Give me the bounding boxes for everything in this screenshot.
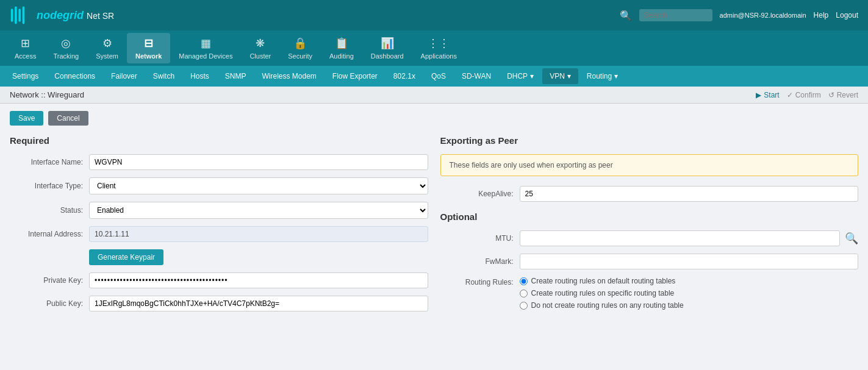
routing-specific-radio[interactable] <box>520 290 528 297</box>
internal-address-row: Internal Address: 10.21.1.11 <box>10 226 428 242</box>
user-info: admin@NSR-92.localdomain <box>720 12 806 19</box>
auditing-icon: 📋 <box>335 37 348 50</box>
routing-specific-option[interactable]: Create routing rules on specific routing… <box>520 289 684 297</box>
routing-none-option[interactable]: Do not create routing rules on any routi… <box>520 301 684 310</box>
subnav-failover[interactable]: Failover <box>104 68 145 84</box>
routing-none-label: Do not create routing rules on any routi… <box>531 301 684 310</box>
routing-rules-label: Routing Rules: <box>440 277 520 286</box>
topbar-right: 🔍 admin@NSR-92.localdomain Help Logout <box>620 9 858 21</box>
revert-action[interactable]: ↺ Revert <box>828 91 858 99</box>
internal-address-label: Internal Address: <box>10 230 89 238</box>
nav-managed-devices[interactable]: ▦ Managed Devices <box>170 33 241 63</box>
svg-rect-0 <box>11 9 13 22</box>
security-icon: 🔒 <box>293 37 307 50</box>
interface-name-input[interactable] <box>89 154 428 170</box>
nav-dashboard-label: Dashboard <box>371 52 404 60</box>
routing-none-radio[interactable] <box>520 302 528 310</box>
cancel-button[interactable]: Cancel <box>48 111 88 126</box>
routing-dropdown-icon: ▾ <box>614 72 618 80</box>
nav-cluster[interactable]: ❋ Cluster <box>241 33 279 63</box>
interface-type-select[interactable]: Client Server <box>89 177 428 194</box>
logo-icon <box>10 4 32 26</box>
keepalive-row: KeepAlive: <box>440 186 859 202</box>
private-key-label: Private Key: <box>10 276 89 285</box>
fwmark-label: FwMark: <box>440 257 520 266</box>
keepalive-label: KeepAlive: <box>440 190 520 198</box>
routing-default-radio[interactable] <box>520 277 528 285</box>
subnav-snmp[interactable]: SNMP <box>218 68 254 84</box>
routing-default-option[interactable]: Create routing rules on default routing … <box>520 277 684 285</box>
public-key-input[interactable] <box>89 296 428 311</box>
main-content: Save Cancel Required Interface Name: Int… <box>0 104 868 370</box>
status-select[interactable]: Enabled Disabled <box>89 202 428 219</box>
keepalive-input[interactable] <box>520 186 859 202</box>
public-key-label: Public Key: <box>10 299 89 308</box>
routing-rules-row: Routing Rules: Create routing rules on d… <box>440 277 859 310</box>
search-input[interactable] <box>639 9 712 21</box>
subnav-flow-exporter[interactable]: Flow Exporter <box>325 68 385 84</box>
nav-network[interactable]: ⊟ Network <box>127 33 170 63</box>
generate-keypair-button[interactable]: Generate Keypair <box>89 249 163 265</box>
nav-security[interactable]: 🔒 Security <box>279 33 321 63</box>
save-button[interactable]: Save <box>10 111 43 126</box>
nav-auditing[interactable]: 📋 Auditing <box>321 33 362 63</box>
breadcrumb: Network :: Wireguard <box>10 90 84 99</box>
start-action[interactable]: ▶ Start <box>756 91 779 99</box>
nav-tracking-label: Tracking <box>53 52 79 60</box>
topbar: nodegrid Net SR 🔍 admin@NSR-92.localdoma… <box>0 0 868 30</box>
nav-access-label: Access <box>15 52 36 60</box>
private-key-row: Private Key: <box>10 272 428 288</box>
form-buttons: Save Cancel <box>10 111 858 126</box>
interface-name-label: Interface Name: <box>10 158 89 166</box>
routing-rules-options: Create routing rules on default routing … <box>520 277 684 310</box>
nav-cluster-label: Cluster <box>249 52 271 60</box>
subnav-settings[interactable]: Settings <box>5 68 46 84</box>
system-icon: ⚙ <box>102 37 112 50</box>
subnav-dhcp[interactable]: DHCP ▾ <box>500 68 541 84</box>
search-icon[interactable]: 🔍 <box>620 10 632 21</box>
nav-dashboard[interactable]: 📊 Dashboard <box>362 33 412 63</box>
private-key-input[interactable] <box>89 272 428 288</box>
revert-label: Revert <box>837 91 858 99</box>
nav-icons-bar: ⊞ Access ◎ Tracking ⚙ System ⊟ Network ▦… <box>0 30 868 66</box>
tracking-icon: ◎ <box>61 37 71 50</box>
breadcrumb-actions: ▶ Start ✓ Confirm ↺ Revert <box>756 91 858 99</box>
optional-section-title: Optional <box>440 212 859 222</box>
network-icon: ⊟ <box>144 37 153 50</box>
nav-applications[interactable]: ⋮⋮ Applications <box>412 33 465 63</box>
mtu-input[interactable] <box>520 230 841 246</box>
nav-tracking[interactable]: ◎ Tracking <box>45 33 87 63</box>
help-link[interactable]: Help <box>814 11 829 20</box>
cluster-icon: ❋ <box>256 37 265 50</box>
subnav-vpn[interactable]: VPN ▾ <box>542 68 578 84</box>
interface-name-row: Interface Name: <box>10 154 428 170</box>
subnav-qos[interactable]: QoS <box>424 68 453 84</box>
managed-devices-icon: ▦ <box>201 37 211 50</box>
subnav-connections[interactable]: Connections <box>47 68 102 84</box>
subnav-wireless-modem[interactable]: Wireless Modem <box>254 68 323 84</box>
subnav-switch[interactable]: Switch <box>146 68 182 84</box>
nav-managed-devices-label: Managed Devices <box>179 52 232 60</box>
nav-security-label: Security <box>288 52 312 60</box>
interface-type-label: Interface Type: <box>10 182 89 190</box>
nav-network-label: Network <box>135 52 162 60</box>
start-icon: ▶ <box>756 91 761 99</box>
fwmark-input[interactable] <box>520 254 859 269</box>
zoom-icon: 🔍 <box>845 232 858 245</box>
optional-fields: MTU: 🔍 FwMark: Routing Rules: Create rou… <box>440 230 859 310</box>
nav-access[interactable]: ⊞ Access <box>6 33 45 63</box>
interface-type-row: Interface Type: Client Server <box>10 177 428 194</box>
nav-system[interactable]: ⚙ System <box>87 33 127 63</box>
subnav-8021x[interactable]: 802.1x <box>386 68 423 84</box>
confirm-action[interactable]: ✓ Confirm <box>787 91 821 99</box>
subnav-hosts[interactable]: Hosts <box>183 68 217 84</box>
status-row: Status: Enabled Disabled <box>10 202 428 219</box>
logout-link[interactable]: Logout <box>836 11 858 20</box>
svg-rect-3 <box>23 7 25 24</box>
internal-address-value: 10.21.1.11 <box>89 226 428 242</box>
subnav-routing[interactable]: Routing ▾ <box>579 68 625 84</box>
routing-specific-label: Create routing rules on specific routing… <box>531 289 675 297</box>
dashboard-icon: 📊 <box>381 37 394 50</box>
subnav-sdwan[interactable]: SD-WAN <box>454 68 498 84</box>
vpn-dropdown-icon: ▾ <box>567 72 571 80</box>
